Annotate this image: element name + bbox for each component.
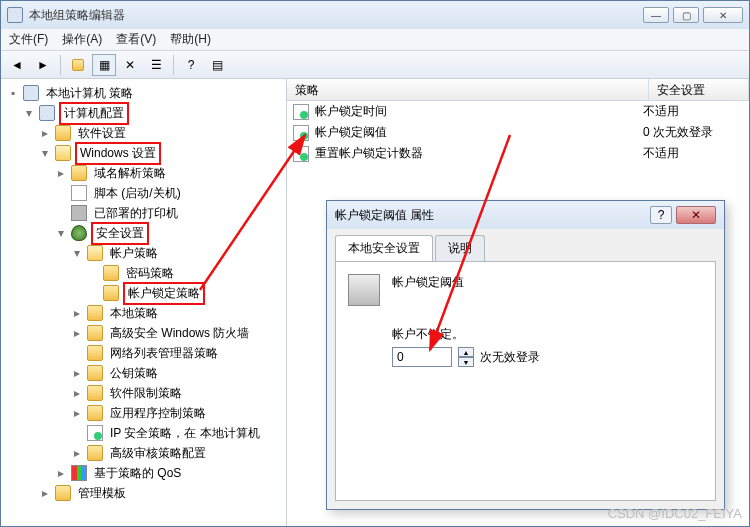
folder-icon — [87, 345, 103, 361]
policy-name: 帐户锁定时间 — [315, 103, 637, 120]
folder-icon — [55, 145, 71, 161]
folder-icon — [87, 305, 103, 321]
properties-button[interactable]: ☰ — [144, 54, 168, 76]
toolbar: ◄ ► ▦ ✕ ☰ ? ▤ — [1, 51, 749, 79]
tree-printers[interactable]: 已部署的打印机 — [55, 203, 286, 223]
spin-down[interactable]: ▼ — [458, 357, 474, 367]
ipsec-icon — [87, 425, 103, 441]
tree-account-policy[interactable]: ▾帐户策略 — [71, 243, 286, 263]
tree-audit[interactable]: ▸高级审核策略配置 — [71, 443, 286, 463]
menu-view[interactable]: 查看(V) — [116, 31, 156, 48]
nolock-text: 帐户不锁定。 — [392, 326, 703, 343]
threshold-input[interactable] — [392, 347, 452, 367]
tree-app-control[interactable]: ▸应用程序控制策略 — [71, 403, 286, 423]
tree-security-settings[interactable]: ▾安全设置 — [55, 223, 286, 243]
tree-pane[interactable]: ▪本地计算机 策略 ▾计算机配置 ▸软件设置 ▾Windows 设置 ▸域名解析… — [1, 79, 287, 526]
menubar: 文件(F) 操作(A) 查看(V) 帮助(H) — [1, 29, 749, 51]
tree-firewall[interactable]: ▸高级安全 Windows 防火墙 — [71, 323, 286, 343]
maximize-button[interactable]: ▢ — [673, 7, 699, 23]
dialog-title: 帐户锁定阈值 属性 — [335, 207, 650, 224]
folder-icon — [87, 445, 103, 461]
dialog-help-button[interactable]: ? — [650, 206, 672, 224]
menu-help[interactable]: 帮助(H) — [170, 31, 211, 48]
tree-scripts[interactable]: 脚本 (启动/关机) — [55, 183, 286, 203]
script-icon — [71, 185, 87, 201]
list-row-selected[interactable]: 帐户锁定阈值 0 次无效登录 — [287, 122, 749, 143]
up-button[interactable] — [66, 54, 90, 76]
menu-file[interactable]: 文件(F) — [9, 31, 48, 48]
policy-value: 0 次无效登录 — [643, 124, 743, 141]
tree-password-policy[interactable]: 密码策略 — [87, 263, 286, 283]
back-button[interactable]: ◄ — [5, 54, 29, 76]
dialog-tabs: 本地安全设置 说明 — [327, 229, 724, 261]
server-icon — [348, 274, 380, 306]
folder-icon — [103, 285, 119, 301]
tree-network-list[interactable]: 网络列表管理器策略 — [71, 343, 286, 363]
spin-up[interactable]: ▲ — [458, 347, 474, 357]
delete-button[interactable]: ✕ — [118, 54, 142, 76]
folder-icon — [103, 265, 119, 281]
folder-icon — [87, 245, 103, 261]
list-row[interactable]: 帐户锁定时间 不适用 — [287, 101, 749, 122]
tree-root[interactable]: ▪本地计算机 策略 — [7, 83, 286, 103]
tree-computer-config[interactable]: ▾计算机配置 — [23, 103, 286, 123]
folder-icon — [55, 485, 71, 501]
dialog-titlebar: 帐户锁定阈值 属性 ? ✕ — [327, 201, 724, 229]
printer-icon — [71, 205, 87, 221]
shield-icon — [71, 225, 87, 241]
separator — [60, 55, 61, 75]
tree-software-restrict[interactable]: ▸软件限制策略 — [71, 383, 286, 403]
help-button[interactable]: ? — [179, 54, 203, 76]
policy-name: 帐户锁定阈值 — [315, 124, 637, 141]
tree-lockout-policy[interactable]: 帐户锁定策略 — [87, 283, 286, 303]
folder-icon — [87, 325, 103, 341]
forward-button[interactable]: ► — [31, 54, 55, 76]
policy-value: 不适用 — [643, 103, 743, 120]
folder-icon — [55, 125, 71, 141]
window-title: 本地组策略编辑器 — [29, 7, 643, 24]
minimize-button[interactable]: — — [643, 7, 669, 23]
folder-icon — [87, 385, 103, 401]
list-header: 策略 安全设置 — [287, 79, 749, 101]
dialog-body: 帐户锁定阈值 帐户不锁定。 ▲ ▼ 次无效登录 — [335, 261, 716, 501]
unit-label: 次无效登录 — [480, 349, 540, 366]
show-hide-button[interactable]: ▦ — [92, 54, 116, 76]
computer-icon — [39, 105, 55, 121]
tree-admin-templates[interactable]: ▸管理模板 — [39, 483, 286, 503]
computer-icon — [23, 85, 39, 101]
col-policy[interactable]: 策略 — [287, 79, 649, 100]
tree-windows-settings[interactable]: ▾Windows 设置 — [39, 143, 286, 163]
chart-icon — [71, 465, 87, 481]
policy-name: 重置帐户锁定计数器 — [315, 145, 637, 162]
separator — [173, 55, 174, 75]
menu-action[interactable]: 操作(A) — [62, 31, 102, 48]
tree-local-policy[interactable]: ▸本地策略 — [71, 303, 286, 323]
policy-icon — [293, 146, 309, 162]
export-button[interactable]: ▤ — [205, 54, 229, 76]
folder-icon — [71, 165, 87, 181]
policy-value: 不适用 — [643, 145, 743, 162]
tree-qos[interactable]: ▸基于策略的 QoS — [55, 463, 286, 483]
app-icon — [7, 7, 23, 23]
tree-ipsec[interactable]: IP 安全策略，在 本地计算机 — [71, 423, 286, 443]
policy-icon — [293, 125, 309, 141]
close-button[interactable]: ✕ — [703, 7, 743, 23]
folder-icon — [87, 405, 103, 421]
properties-dialog: 帐户锁定阈值 属性 ? ✕ 本地安全设置 说明 帐户锁定阈值 帐户不锁定。 ▲ … — [326, 200, 725, 510]
property-name: 帐户锁定阈值 — [392, 274, 464, 291]
dialog-close-button[interactable]: ✕ — [676, 206, 716, 224]
tab-local-settings[interactable]: 本地安全设置 — [335, 235, 433, 261]
tree-software-settings[interactable]: ▸软件设置 — [39, 123, 286, 143]
col-setting[interactable]: 安全设置 — [649, 79, 749, 100]
tree-public-key[interactable]: ▸公钥策略 — [71, 363, 286, 383]
list-row[interactable]: 重置帐户锁定计数器 不适用 — [287, 143, 749, 164]
policy-icon — [293, 104, 309, 120]
titlebar: 本地组策略编辑器 — ▢ ✕ — [1, 1, 749, 29]
tab-description[interactable]: 说明 — [435, 235, 485, 261]
tree-dns-policy[interactable]: ▸域名解析策略 — [55, 163, 286, 183]
folder-icon — [87, 365, 103, 381]
